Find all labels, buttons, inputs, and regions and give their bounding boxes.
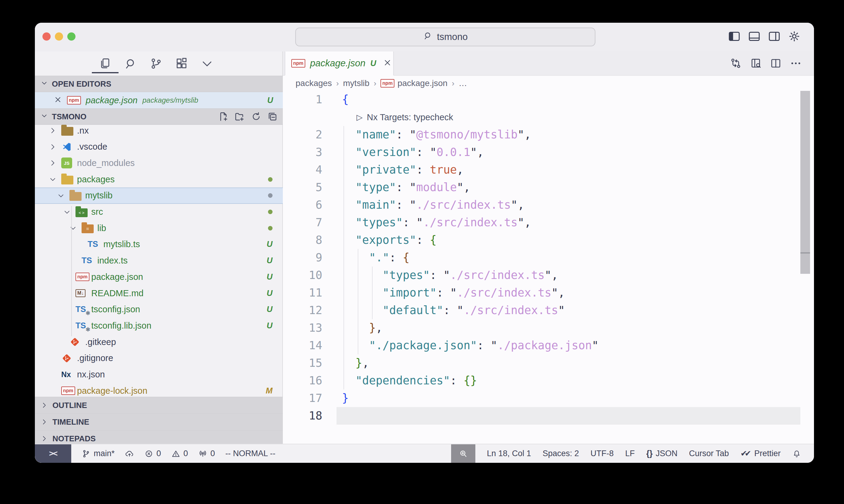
- zoom-window-button[interactable]: [67, 32, 75, 41]
- chevron-right-icon: [40, 435, 48, 443]
- line-number: 11: [283, 284, 322, 302]
- code-line-4: 4 "private": true,: [283, 161, 814, 179]
- line-number: 14: [283, 337, 322, 354]
- open-changes-icon[interactable]: [730, 57, 742, 69]
- code-line-13: 13 },: [283, 319, 814, 337]
- npm-icon: npm: [291, 59, 305, 68]
- git-status-badge: U: [268, 96, 283, 105]
- code-line-8: 8 "exports": {: [283, 231, 814, 249]
- line-number: 10: [283, 267, 322, 284]
- status-normal[interactable]: -- NORMAL --: [225, 449, 275, 458]
- remote-indicator[interactable]: ><: [35, 444, 71, 463]
- line-number: 2: [283, 126, 322, 144]
- markdown-icon: M↓: [75, 289, 86, 297]
- close-tab-icon[interactable]: [383, 58, 392, 69]
- warning-icon: [171, 449, 180, 458]
- minimize-window-button[interactable]: [55, 32, 63, 41]
- status-label: Spaces: 2: [542, 449, 579, 458]
- status-bell[interactable]: [792, 449, 801, 458]
- tree-item-mytslib[interactable]: mytslib: [35, 187, 283, 204]
- tab-package-json[interactable]: npm package.json U: [285, 52, 394, 76]
- breadcrumb-0[interactable]: packages: [296, 78, 332, 88]
- magnifier-icon: [423, 31, 433, 41]
- tree-item-tsconfig.lib.json[interactable]: TS tsconfig.lib.json U: [35, 318, 283, 334]
- new-file-icon[interactable]: [218, 111, 229, 122]
- run-target-icon[interactable]: ▷: [357, 108, 363, 126]
- status-prettier[interactable]: ✔✔Prettier: [740, 449, 781, 458]
- status-0[interactable]: 0: [144, 449, 161, 458]
- status-0[interactable]: 0: [171, 449, 188, 458]
- status-main[interactable]: main*: [82, 449, 115, 458]
- split-editor-icon[interactable]: [770, 57, 782, 69]
- code-line-12: 12 "default": "./src/index.ts": [283, 302, 814, 319]
- tree-item-packages[interactable]: packages: [35, 171, 283, 187]
- breadcrumb-2[interactable]: npmpackage.json: [380, 78, 447, 88]
- panel-label: TIMELINE: [52, 417, 89, 427]
- status-zoom[interactable]: [451, 444, 475, 463]
- activity-explorer[interactable]: [99, 54, 112, 73]
- tree-item-.gitignore[interactable]: .gitignore: [35, 350, 283, 366]
- codelens[interactable]: ▷Nx Targets: typecheck: [283, 108, 814, 126]
- activity-source-control[interactable]: [150, 54, 163, 73]
- explorer-section-header[interactable]: TSMONO: [35, 108, 283, 125]
- more-actions-icon[interactable]: [790, 57, 802, 69]
- activity-more-views[interactable]: [201, 54, 214, 73]
- status-spaces-2[interactable]: Spaces: 2: [542, 449, 579, 458]
- status-utf-8[interactable]: UTF-8: [590, 449, 614, 458]
- tsconfig-icon: TS: [75, 305, 86, 313]
- tree-item-mytslib.ts[interactable]: TS mytslib.ts U: [35, 236, 283, 253]
- open-editors-header[interactable]: OPEN EDITORS: [35, 76, 283, 92]
- breadcrumb-1[interactable]: mytslib: [343, 78, 369, 88]
- collapse-all-icon[interactable]: [267, 111, 278, 122]
- titlebar: tsmono: [35, 23, 814, 52]
- open-editor-filename: package.json: [86, 95, 138, 105]
- command-center-search[interactable]: tsmono: [295, 28, 596, 46]
- close-window-button[interactable]: [42, 32, 51, 41]
- screen: tsmono OPEN EDITORS npm package.json pac…: [0, 0, 844, 504]
- open-preview-icon[interactable]: [750, 57, 762, 69]
- status-json[interactable]: {}JSON: [646, 449, 677, 458]
- chevron-right-icon: [49, 143, 57, 151]
- activity-search[interactable]: [124, 54, 137, 73]
- tree-item-.nx[interactable]: .nx: [35, 125, 283, 139]
- lib-folder-icon: [82, 224, 94, 233]
- new-folder-icon[interactable]: [234, 111, 245, 122]
- status-label: Cursor Tab: [689, 449, 729, 458]
- breadcrumb-3[interactable]: …: [459, 78, 467, 88]
- status-cursor-tab[interactable]: Cursor Tab: [689, 449, 729, 458]
- panel-outline[interactable]: OUTLINE: [35, 397, 283, 414]
- toggle-panel-icon[interactable]: [747, 30, 761, 43]
- npm-icon: npm: [380, 79, 394, 88]
- toggle-secondary-sidebar-icon[interactable]: [767, 30, 781, 43]
- broadcast-icon: [198, 449, 207, 458]
- activity-extensions[interactable]: [175, 54, 188, 73]
- tree-item-node_modules[interactable]: JS node_modules: [35, 155, 283, 171]
- tree-item-index.ts[interactable]: TS index.ts U: [35, 253, 283, 269]
- scrollbar-thumb-lower[interactable]: [800, 253, 810, 274]
- status-cloud-upload[interactable]: [125, 449, 134, 458]
- toggle-primary-sidebar-icon[interactable]: [727, 30, 741, 43]
- breadcrumb-separator: ›: [452, 79, 454, 88]
- refresh-icon[interactable]: [251, 111, 262, 122]
- scrollbar-thumb[interactable]: [800, 91, 810, 252]
- tree-item-tsconfig.json[interactable]: TS tsconfig.json U: [35, 301, 283, 318]
- status-lf[interactable]: LF: [625, 449, 635, 458]
- tree-item-.vscode[interactable]: .vscode: [35, 139, 283, 155]
- tree-item-nx.json[interactable]: Nx nx.json: [35, 366, 283, 383]
- code-line-7: 7 "types": "./src/index.ts",: [283, 214, 814, 231]
- tree-item-package-lock.json[interactable]: npm package-lock.json M: [35, 382, 283, 397]
- chevron-down-icon: [40, 79, 48, 87]
- status-ln-18-col-1[interactable]: Ln 18, Col 1: [487, 449, 531, 458]
- tree-item-README.md[interactable]: M↓ README.md U: [35, 285, 283, 301]
- tree-item-package.json[interactable]: npm package.json U: [35, 269, 283, 285]
- code-editor[interactable]: 1 {▷Nx Targets: typecheck 2 "name": "@ts…: [283, 91, 814, 444]
- tree-item-.gitkeep[interactable]: .gitkeep: [35, 334, 283, 350]
- status-0[interactable]: 0: [198, 449, 215, 458]
- open-editor-item[interactable]: npm package.json packages/mytslib U: [35, 92, 283, 108]
- close-editor-icon[interactable]: [54, 95, 62, 105]
- settings-icon[interactable]: [787, 30, 801, 43]
- tree-item-src[interactable]: src: [35, 204, 283, 220]
- tree-item-label: .vscode: [77, 142, 107, 152]
- tree-item-lib[interactable]: lib: [35, 220, 283, 236]
- panel-timeline[interactable]: TIMELINE: [35, 414, 283, 430]
